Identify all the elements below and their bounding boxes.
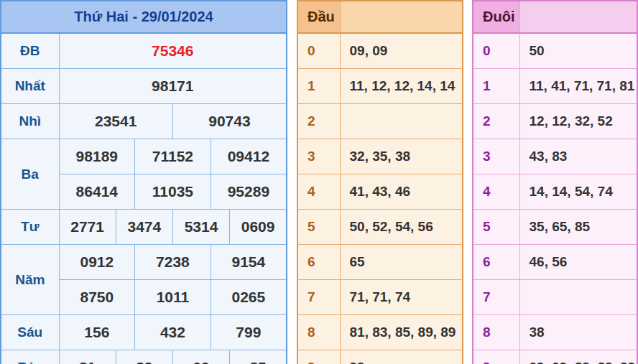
prize-value: 0912	[59, 245, 135, 280]
duoi-digit: 2	[473, 104, 519, 139]
prize-value: 0265	[211, 280, 287, 315]
dau-digit: 0	[297, 33, 340, 69]
dau-digit: 9	[297, 350, 340, 364]
dau-digit: 5	[297, 210, 340, 245]
table-row: 414, 14, 54, 74	[473, 174, 637, 210]
table-row: Nhất 98171	[1, 69, 287, 104]
duoi-digit: 3	[473, 139, 519, 174]
duoi-digit: 6	[473, 245, 519, 280]
prize-label-sau: Sáu	[1, 315, 59, 350]
duoi-table: Đuôi 050 111, 41, 71, 71, 81 212, 12, 32…	[472, 0, 638, 364]
dau-digit: 4	[297, 174, 340, 210]
dau-digit: 7	[297, 280, 340, 315]
prize-label-nhat: Nhất	[1, 69, 59, 104]
prize-value: 7238	[135, 245, 211, 280]
prize-value: 95289	[211, 174, 287, 210]
dau-digit: 8	[297, 315, 340, 350]
prize-value: 11035	[135, 174, 211, 210]
prize-label-bay: Bảy	[1, 350, 59, 364]
prize-value: 8750	[59, 280, 135, 315]
table-row: 332, 35, 38	[297, 139, 463, 174]
dau-values: 32, 35, 38	[340, 139, 463, 174]
prize-label-ba: Ba	[1, 139, 59, 210]
table-row: 7	[473, 280, 637, 315]
prize-value: 3474	[116, 210, 172, 245]
duoi-header: Đuôi	[473, 1, 519, 33]
dau-values: 50, 52, 54, 56	[340, 210, 463, 245]
table-row: 999	[297, 350, 463, 364]
result-table-title: Thứ Hai - 29/01/2024	[1, 1, 287, 33]
duoi-digit: 1	[473, 69, 519, 104]
prize-value: 432	[135, 315, 211, 350]
table-row: 212, 12, 32, 52	[473, 104, 637, 139]
table-row: 881, 83, 85, 89, 89	[297, 315, 463, 350]
prize-label-nhi: Nhì	[1, 104, 59, 139]
prize-value: 9154	[211, 245, 287, 280]
table-row: 771, 71, 74	[297, 280, 463, 315]
table-row: Sáu 156 432 799	[1, 315, 287, 350]
dau-digit: 2	[297, 104, 340, 139]
table-row: ĐB 75346	[1, 33, 287, 69]
table-row: Ba 98189 71152 09412	[1, 139, 287, 174]
prize-value: 90743	[172, 104, 287, 139]
table-row: 111, 41, 71, 71, 81	[473, 69, 637, 104]
dau-values: 11, 12, 12, 14, 14	[340, 69, 463, 104]
prize-value: 2771	[59, 210, 116, 245]
dau-values: 09, 09	[340, 33, 463, 69]
table-row: 2	[297, 104, 463, 139]
table-row: 646, 56	[473, 245, 637, 280]
duoi-digit: 0	[473, 33, 519, 69]
prize-label-db: ĐB	[1, 33, 59, 69]
table-row: 838	[473, 315, 637, 350]
table-row: 050	[473, 33, 637, 69]
duoi-values: 12, 12, 32, 52	[519, 104, 637, 139]
table-row: 111, 12, 12, 14, 14	[297, 69, 463, 104]
dau-header-spacer	[340, 1, 463, 33]
prize-value: 81	[59, 350, 116, 364]
result-table: Thứ Hai - 29/01/2024 ĐB 75346 Nhất 98171…	[0, 0, 287, 364]
dau-values: 99	[340, 350, 463, 364]
prize-value: 156	[59, 315, 135, 350]
dau-values: 65	[340, 245, 463, 280]
prize-value: 85	[230, 350, 287, 364]
duoi-values: 38	[519, 315, 637, 350]
table-row: 343, 83	[473, 139, 637, 174]
lottery-results-page: Thứ Hai - 29/01/2024 ĐB 75346 Nhất 98171…	[0, 0, 638, 364]
dau-digit: 1	[297, 69, 340, 104]
duoi-values: 50	[519, 33, 637, 69]
prize-value: 98171	[59, 69, 287, 104]
duoi-values: 35, 65, 85	[519, 210, 637, 245]
table-row: 665	[297, 245, 463, 280]
duoi-digit: 5	[473, 210, 519, 245]
prize-value: 71152	[135, 139, 211, 174]
table-row: 550, 52, 54, 56	[297, 210, 463, 245]
dau-values: 71, 71, 74	[340, 280, 463, 315]
duoi-digit: 8	[473, 315, 519, 350]
table-row: Đuôi	[473, 1, 637, 33]
prize-value: 23541	[59, 104, 172, 139]
table-row: 441, 43, 46	[297, 174, 463, 210]
duoi-values: 11, 41, 71, 71, 81	[519, 69, 637, 104]
prize-value: 0609	[230, 210, 287, 245]
dau-values	[340, 104, 463, 139]
dau-digit: 3	[297, 139, 340, 174]
prize-label-nam: Năm	[1, 245, 59, 315]
prize-value: 799	[211, 315, 287, 350]
table-row: Năm 0912 7238 9154	[1, 245, 287, 280]
dau-header: Đầu	[297, 1, 340, 33]
table-row: Nhì 23541 90743	[1, 104, 287, 139]
prize-value: 09	[172, 350, 229, 364]
prize-value: 1011	[135, 280, 211, 315]
duoi-values: 46, 56	[519, 245, 637, 280]
prize-value: 86414	[59, 174, 135, 210]
table-row: 535, 65, 85	[473, 210, 637, 245]
duoi-digit: 7	[473, 280, 519, 315]
dau-values: 81, 83, 85, 89, 89	[340, 315, 463, 350]
prize-value: 5314	[172, 210, 229, 245]
dau-table: Đầu 009, 09 111, 12, 12, 14, 14 2 332, 3…	[297, 0, 463, 364]
dau-digit: 6	[297, 245, 340, 280]
table-row: Đầu	[297, 1, 463, 33]
prize-value-special: 75346	[59, 33, 287, 69]
duoi-values	[519, 280, 637, 315]
table-row: Tư 2771 3474 5314 0609	[1, 210, 287, 245]
